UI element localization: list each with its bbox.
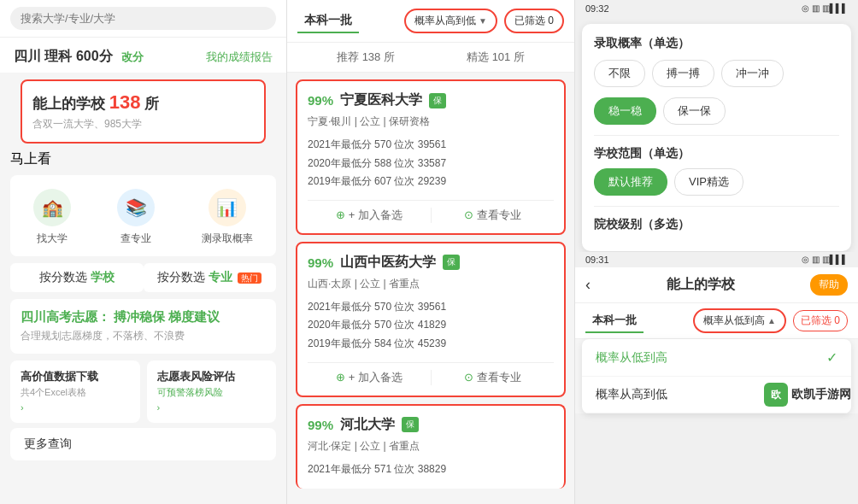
middle-stats: 推荐 138 所 精选 101 所 bbox=[287, 43, 574, 73]
sort-filter-btn[interactable]: 概率从高到低 ▼ bbox=[404, 9, 497, 33]
uni-card-3: 99% 河北大学 保 河北·保定 | 公立 | 省重点 2021年最低分 571… bbox=[296, 404, 566, 489]
school-count-sub: 含双一流大学、985大学 bbox=[32, 117, 254, 132]
help-button[interactable]: 帮助 bbox=[810, 274, 848, 296]
uni3-badge: 保 bbox=[402, 417, 419, 432]
select-school-btn[interactable]: 按分数选 学校 bbox=[10, 263, 144, 292]
measure-prob-icon: 📊 bbox=[209, 189, 246, 226]
find-school-icon: 🏫 bbox=[33, 189, 71, 226]
uni3-scores: 2021年最低分 571 位次 38829 bbox=[308, 460, 554, 479]
function-icons: 🏫 找大学 📚 查专业 📊 测录取概率 bbox=[10, 175, 276, 256]
filter-panel: 录取概率（单选） 不限 搏一搏 冲一冲 稳一稳 保一保 学校范围（单选） 默认推… bbox=[582, 24, 851, 251]
find-major-item[interactable]: 📚 查专业 bbox=[117, 189, 155, 246]
vip-btn[interactable]: VIP精选 bbox=[674, 168, 743, 196]
uni3-meta: 河北·保定 | 公立 | 省重点 bbox=[308, 439, 554, 454]
uni2-add-btn[interactable]: ⊕ + 加入备选 bbox=[308, 370, 431, 385]
select-major-btn[interactable]: 按分数选 专业 热门 bbox=[144, 263, 277, 292]
advice-card: 四川高考志愿： 搏冲稳保 梯度建议 合理规划志愿梯度，不落榜、不浪费 bbox=[10, 299, 276, 354]
uni1-name: 宁夏医科大学 bbox=[340, 91, 422, 109]
school-count-card: 能上的学校 138 所 含双一流大学、985大学 bbox=[21, 79, 266, 144]
find-major-label: 查专业 bbox=[120, 231, 151, 246]
status-icons-2: ◎ ▥ ▥▌▌▌ bbox=[802, 255, 848, 265]
level-title: 院校级别（多选） bbox=[594, 217, 839, 232]
region-score-title: 四川 理科 600分 改分 bbox=[14, 48, 144, 66]
search-bar bbox=[0, 0, 286, 38]
status-bar-top: 09:32 ◎ ▥ ▥▌▌▌ bbox=[575, 0, 858, 17]
school-list-title: 能上的学校 bbox=[667, 276, 735, 294]
find-school-item[interactable]: 🏫 找大学 bbox=[33, 189, 71, 246]
watermark-text: 欧凯手游网 bbox=[791, 387, 851, 402]
uni2-prob: 99% bbox=[308, 255, 333, 270]
scope-title: 学校范围（单选） bbox=[594, 146, 839, 161]
panel-right: 09:32 ◎ ▥ ▥▌▌▌ 录取概率（单选） 不限 搏一搏 冲一冲 稳一稳 保… bbox=[575, 0, 858, 504]
middle-header: 本科一批 概率从高到低 ▼ 已筛选 0 bbox=[287, 0, 574, 43]
uni2-major-btn[interactable]: ⊙ 查看专业 bbox=[432, 370, 555, 385]
report-link[interactable]: 我的成绩报告 bbox=[206, 50, 273, 65]
rush-btn[interactable]: 冲一冲 bbox=[721, 60, 784, 87]
school-list-sort-btn[interactable]: 概率从低到高 ▲ bbox=[693, 308, 786, 333]
gamble-btn[interactable]: 搏一搏 bbox=[652, 60, 714, 87]
uni3-prob: 99% bbox=[308, 418, 333, 432]
status-icons: ◎ ▥ ▥▌▌▌ bbox=[802, 3, 848, 14]
risk-card[interactable]: 志愿表风险评估 可预警落榜风险 › bbox=[147, 360, 277, 423]
uni2-actions: ⊕ + 加入备选 ⊙ 查看专业 bbox=[308, 362, 554, 385]
time-display: 09:32 bbox=[585, 3, 609, 14]
measure-prob-item[interactable]: 📊 测录取概率 bbox=[202, 189, 253, 246]
uni2-scores: 2021年最低分 570 位次 39561 2020年最低分 570 位次 41… bbox=[308, 298, 554, 354]
batch-tab[interactable]: 本科一批 bbox=[297, 9, 359, 33]
filter-panel-title: 录取概率（单选） bbox=[594, 36, 839, 51]
stable-btn[interactable]: 稳一稳 bbox=[594, 97, 656, 125]
middle-filter-area: 概率从高到低 ▼ 已筛选 0 bbox=[404, 9, 564, 33]
find-school-label: 找大学 bbox=[37, 231, 68, 246]
plus-icon-2: ⊕ bbox=[336, 371, 345, 384]
more-query[interactable]: 更多查询 bbox=[10, 428, 276, 460]
filter-divider2 bbox=[594, 206, 839, 207]
uni1-header: 99% 宁夏医科大学 保 bbox=[308, 91, 554, 109]
already-selected-badge[interactable]: 已筛选 0 bbox=[793, 310, 848, 331]
school-list-tab[interactable]: 本科一批 bbox=[585, 309, 644, 333]
recommend-btn[interactable]: 默认推荐 bbox=[594, 168, 667, 196]
uni-card-1: 99% 宁夏医科大学 保 宁夏·银川 | 公立 | 保研资格 2021年最低分 … bbox=[296, 79, 566, 235]
eye-icon-2: ⊙ bbox=[464, 371, 473, 384]
advice-title: 四川高考志愿： 搏冲稳保 梯度建议 bbox=[21, 309, 266, 325]
find-major-icon: 📚 bbox=[117, 189, 155, 226]
hot-badge: 热门 bbox=[238, 273, 262, 284]
uni1-badge: 保 bbox=[429, 93, 446, 108]
look-now-button[interactable]: 马上看 bbox=[10, 150, 276, 168]
uni1-meta: 宁夏·银川 | 公立 | 保研资格 bbox=[308, 114, 554, 129]
sort-arrow-icon: ▼ bbox=[479, 16, 487, 26]
left-header: 四川 理科 600分 改分 我的成绩报告 bbox=[0, 38, 286, 73]
search-input[interactable] bbox=[10, 7, 276, 30]
sort-option-low-to-high[interactable]: 概率从低到高 ✓ bbox=[582, 339, 851, 377]
advice-sub: 合理规划志愿梯度，不落榜、不浪费 bbox=[21, 329, 266, 343]
download-card[interactable]: 高价值数据下载 共4个Excel表格 › bbox=[10, 360, 140, 423]
safe-btn[interactable]: 保一保 bbox=[663, 97, 726, 125]
back-button[interactable]: ‹ bbox=[585, 276, 591, 294]
no-limit-btn[interactable]: 不限 bbox=[594, 60, 645, 87]
filter-divider bbox=[594, 135, 839, 136]
uni1-actions: ⊕ + 加入备选 ⊙ 查看专业 bbox=[308, 200, 554, 223]
edit-score-link[interactable]: 改分 bbox=[121, 50, 144, 63]
bottom-cards: 高价值数据下载 共4个Excel表格 › 志愿表风险评估 可预警落榜风险 › bbox=[10, 360, 276, 423]
uni3-name: 河北大学 bbox=[340, 416, 395, 434]
uni3-header: 99% 河北大学 保 bbox=[308, 416, 554, 434]
uni-card-2: 99% 山西中医药大学 保 山西·太原 | 公立 | 省重点 2021年最低分 … bbox=[296, 242, 566, 397]
uni2-header: 99% 山西中医药大学 保 bbox=[308, 254, 554, 272]
eye-icon: ⊙ bbox=[464, 208, 473, 221]
watermark: 欧 欧凯手游网 bbox=[764, 383, 851, 407]
uni2-meta: 山西·太原 | 公立 | 省重点 bbox=[308, 277, 554, 291]
uni1-add-btn[interactable]: ⊕ + 加入备选 bbox=[308, 208, 431, 223]
prob-filter-row: 不限 搏一搏 冲一冲 bbox=[594, 60, 839, 87]
measure-prob-label: 测录取概率 bbox=[202, 231, 253, 246]
watermark-logo-icon: 欧 bbox=[764, 383, 788, 407]
section-select-row: 按分数选 学校 按分数选 专业 热门 bbox=[10, 263, 276, 292]
uni2-badge: 保 bbox=[443, 255, 460, 270]
school-count-text: 能上的学校 138 所 bbox=[32, 91, 254, 114]
school-list-tab-bar: 本科一批 概率从低到高 ▲ 已筛选 0 bbox=[575, 303, 858, 339]
selected-filter-btn[interactable]: 已筛选 0 bbox=[504, 9, 564, 33]
panel-right-bottom: 09:31 ◎ ▥ ▥▌▌▌ ‹ 能上的学校 帮助 本科一批 概率从低到高 ▲ … bbox=[575, 252, 858, 413]
uni1-major-btn[interactable]: ⊙ 查看专业 bbox=[432, 208, 555, 223]
panel-middle: 本科一批 概率从高到低 ▼ 已筛选 0 推荐 138 所 精选 101 所 99… bbox=[286, 0, 575, 504]
scope-filter-row: 默认推荐 VIP精选 bbox=[594, 168, 839, 196]
check-icon: ✓ bbox=[826, 349, 837, 366]
school-list-header: ‹ 能上的学校 帮助 bbox=[575, 267, 858, 303]
